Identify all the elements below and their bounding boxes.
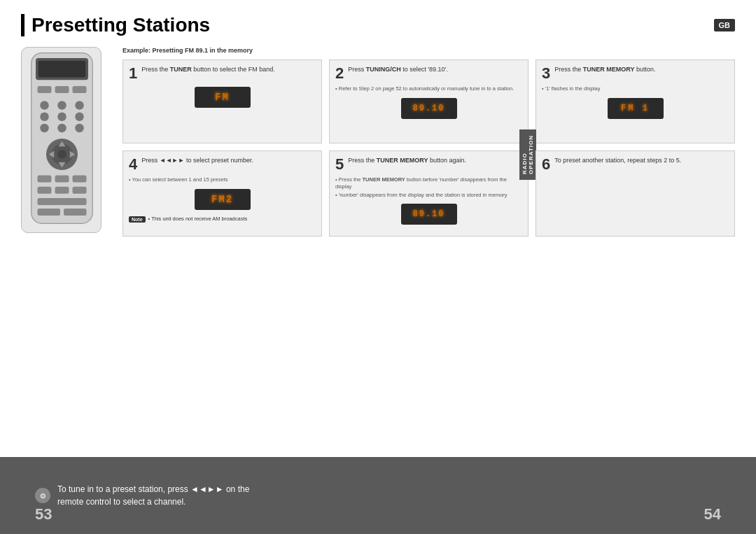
step-1-display: FM: [195, 87, 251, 108]
page-title: Presetting Stations: [21, 14, 210, 36]
svg-point-12: [40, 124, 49, 133]
step-4-note-1: You can select between 1 and 15 presets: [129, 176, 316, 183]
step-5-note-2: 'number' disappears from the display and…: [335, 192, 522, 199]
step-5-number: 5: [335, 157, 344, 172]
svg-rect-30: [64, 209, 87, 216]
remote-image: [21, 47, 102, 233]
step-4-notes: You can select between 1 and 15 presets: [129, 176, 316, 183]
remote-area: [21, 47, 112, 237]
step-3-box: 3 Press the TUNER MEMORY button. '1' fla…: [536, 59, 735, 143]
step-2-lcd-text: 89.10: [412, 104, 444, 113]
step-2-notes: Refer to Step 2 on page 52 to automatica…: [335, 85, 522, 92]
step-5-notes: Press the TUNER MEMORY button before 'nu…: [335, 176, 522, 198]
svg-rect-28: [38, 198, 87, 205]
svg-rect-2: [38, 61, 86, 78]
svg-point-17: [57, 150, 66, 159]
step-4-header: 4 Press ◄◄►► to select preset number.: [129, 157, 316, 172]
svg-rect-23: [55, 176, 69, 183]
bottom-text-line1: To tune in to a preset station, press ◄◄…: [57, 483, 249, 496]
page-numbers: 53 54: [0, 505, 756, 524]
step-2-display: 89.10: [401, 98, 457, 119]
svg-rect-5: [73, 86, 87, 93]
step-1-instruction: Press the TUNER button to select the FM …: [141, 66, 316, 74]
step-1-header: 1 Press the TUNER button to select the F…: [129, 66, 316, 81]
svg-point-7: [57, 101, 66, 110]
step-2-instruction: Press TUNING/CH to select '89.10'.: [348, 66, 522, 74]
steps-area: Example: Presetting FM 89.1 in the memor…: [122, 47, 735, 237]
step-5-header: 5 Press the TUNER MEMORY button again.: [335, 157, 522, 172]
step-5-box: 5 Press the TUNER MEMORY button again. P…: [329, 150, 528, 237]
step-5-note-1: Press the TUNER MEMORY button before 'nu…: [335, 176, 522, 190]
page-number-left: 53: [35, 505, 52, 524]
step-3-instruction: Press the TUNER MEMORY button.: [554, 66, 729, 74]
step-3-lcd-text: FM 1: [621, 104, 650, 113]
page-container: Presetting Stations GB: [0, 0, 756, 534]
top-section: Presetting Stations GB: [0, 0, 756, 457]
step-6-box: 6 To preset another station, repeat step…: [536, 150, 735, 237]
note-label: Note: [129, 216, 146, 223]
step-1-lcd-text: FM: [215, 92, 230, 103]
svg-rect-26: [55, 187, 69, 194]
step-3-header: 3 Press the TUNER MEMORY button.: [542, 66, 729, 81]
title-row: Presetting Stations GB: [21, 14, 735, 36]
step-3-number: 3: [542, 66, 550, 81]
step-3-notes: '1' flashes in the display: [542, 85, 729, 92]
page-number-right: 54: [704, 505, 721, 524]
svg-rect-24: [73, 176, 87, 183]
step-1-box: 1 Press the TUNER button to select the F…: [122, 59, 322, 143]
svg-rect-3: [38, 86, 52, 93]
gb-badge: GB: [714, 19, 736, 31]
svg-point-8: [75, 101, 84, 110]
step-4-box: 4 Press ◄◄►► to select preset number. Yo…: [122, 150, 322, 237]
svg-point-9: [40, 113, 49, 122]
step-2-header: 2 Press TUNING/CH to select '89.10'.: [335, 66, 522, 81]
bottom-text: To tune in to a preset station, press ◄◄…: [57, 483, 249, 508]
step-4-lcd-text: FM2: [211, 194, 233, 205]
svg-point-13: [57, 124, 66, 133]
svg-point-10: [57, 113, 66, 122]
svg-rect-4: [55, 86, 69, 93]
note-text: • This unit does not receive AM broadcas…: [148, 216, 248, 222]
example-label: Example: Presetting FM 89.1 in the memor…: [122, 47, 735, 54]
step-4-number: 4: [129, 157, 137, 172]
step-5-instruction: Press the TUNER MEMORY button again.: [348, 157, 522, 165]
step-3-note-1: '1' flashes in the display: [542, 85, 729, 92]
step-4-display: FM2: [195, 189, 251, 210]
svg-rect-22: [38, 176, 52, 183]
main-content: Example: Presetting FM 89.1 in the memor…: [21, 47, 735, 237]
svg-point-11: [75, 113, 84, 122]
remote-svg: [25, 51, 99, 226]
step-5-display: 89.10: [401, 204, 457, 225]
radio-operation-tab: RADIO OPERATION: [519, 129, 536, 180]
step-2-note-1: Refer to Step 2 on page 52 to automatica…: [335, 85, 522, 92]
step-4-instruction: Press ◄◄►► to select preset number.: [141, 157, 316, 165]
step-2-number: 2: [335, 66, 344, 81]
step-2-box: 2 Press TUNING/CH to select '89.10'. Ref…: [329, 59, 528, 143]
svg-rect-27: [73, 187, 87, 194]
step-3-display: FM 1: [608, 98, 664, 119]
step-5-lcd-text: 89.10: [412, 209, 444, 219]
svg-point-14: [75, 124, 84, 133]
step-6-instruction: To preset another station, repeat steps …: [554, 157, 729, 165]
svg-rect-29: [38, 209, 61, 216]
step-6-number: 6: [542, 157, 550, 172]
step-4-note-box: Note • This unit does not receive AM bro…: [129, 216, 316, 223]
bottom-section: ⊙ To tune in to a preset station, press …: [0, 457, 756, 534]
step-1-number: 1: [129, 66, 137, 81]
step-6-header: 6 To preset another station, repeat step…: [542, 157, 729, 172]
steps-grid-bottom: 4 Press ◄◄►► to select preset number. Yo…: [122, 150, 735, 237]
bottom-icon: ⊙: [35, 488, 50, 503]
svg-rect-25: [38, 187, 52, 194]
svg-point-6: [40, 101, 49, 110]
steps-grid-top: 1 Press the TUNER button to select the F…: [122, 59, 735, 143]
